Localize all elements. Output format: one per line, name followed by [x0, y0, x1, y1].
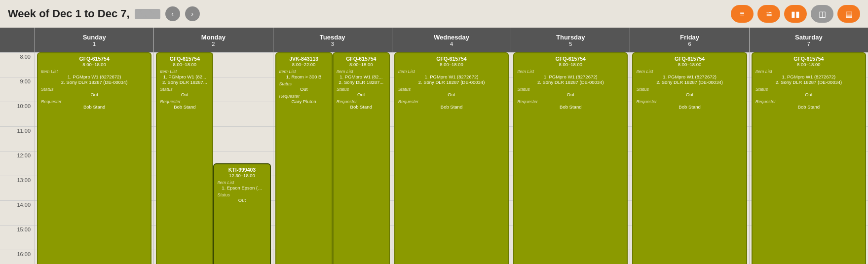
time-slot-11: 11:00 [0, 126, 35, 151]
wednesday-header: Wednesday 4 [392, 28, 511, 52]
week-title: Week of Dec 1 to Dec 7, [8, 7, 130, 20]
monday-header: Monday 2 [154, 28, 272, 52]
week-view-button[interactable]: ▤ [837, 5, 860, 23]
day-thursday: Thursday 5 GFQ-615754 8:00–18:00 Item Li… [511, 28, 630, 264]
event-tuesday-1[interactable]: JVK-843113 8:00–22:00 Item List 1. Room … [275, 52, 333, 264]
filter-view-button[interactable]: ≌ [757, 5, 780, 23]
thursday-body: GFQ-615754 8:00–18:00 Item List 1. PGMpr… [511, 52, 630, 264]
event-friday-1[interactable]: GFQ-615754 8:00–18:00 Item List 1. PGMpr… [632, 52, 747, 264]
time-slot-13: 13:00 [0, 176, 35, 200]
monday-body: GFQ-615754 8:00–18:00 Item List 1. PGMpr… [154, 52, 272, 264]
friday-body: GFQ-615754 8:00–18:00 Item List 1. PGMpr… [630, 52, 749, 264]
calendar: 8:00 9:00 10:00 11:00 12:00 13:00 14:00 … [0, 28, 868, 264]
event-saturday-1[interactable]: GFQ-615754 8:00–18:00 Item List 1. PGMpr… [752, 52, 866, 264]
day-friday: Friday 6 GFQ-615754 8:00–18:00 Item List… [630, 28, 749, 264]
wednesday-body: GFQ-615754 8:00–18:00 Item List 1. PGMpr… [392, 52, 511, 264]
time-slot-16: 16:00 [0, 250, 35, 264]
event-tuesday-2[interactable]: GFQ-615754 8:00–18:00 Item List 1. PGMpr… [333, 52, 390, 264]
time-slot-12: 12:00 [0, 151, 35, 176]
day-sunday: Sunday 1 GFQ-615754 8:00–18:00 Item List… [35, 28, 153, 264]
day-wednesday: Wednesday 4 GFQ-615754 8:00–18:00 Item L… [392, 28, 511, 264]
next-button[interactable]: › [185, 6, 200, 21]
time-slot-14: 14:00 [0, 200, 35, 225]
event-sunday-1[interactable]: GFQ-615754 8:00–18:00 Item List 1. PGMpr… [37, 52, 151, 264]
saturday-header: Saturday 7 [750, 28, 868, 52]
event-monday-1[interactable]: GFQ-615754 8:00–18:00 Item List 1. PGMpr… [156, 52, 213, 264]
time-slot-10: 10:00 [0, 102, 35, 126]
sunday-body: GFQ-615754 8:00–18:00 Item List 1. PGMpr… [35, 52, 153, 264]
tuesday-body: JVK-843113 8:00–22:00 Item List 1. Room … [273, 52, 392, 264]
time-column: 8:00 9:00 10:00 11:00 12:00 13:00 14:00 … [0, 28, 35, 264]
saturday-body: GFQ-615754 8:00–18:00 Item List 1. PGMpr… [750, 52, 868, 264]
tuesday-header: Tuesday 3 [273, 28, 392, 52]
event-monday-2[interactable]: KTI-999403 12:30–18:00 Item List 1. Epso… [213, 163, 270, 264]
grid-view-button[interactable]: ◫ [811, 5, 833, 23]
day-saturday: Saturday 7 GFQ-615754 8:00–18:00 Item Li… [749, 28, 868, 264]
sunday-header: Sunday 1 [35, 28, 153, 52]
time-slot-9: 9:00 [0, 77, 35, 102]
list-view-button[interactable]: ≡ [731, 5, 754, 23]
day-tuesday: Tuesday 3 JVK-843113 8:00–22:00 Item Lis… [273, 28, 392, 264]
days-grid: Sunday 1 GFQ-615754 8:00–18:00 Item List… [35, 28, 868, 264]
thursday-header: Thursday 5 [511, 28, 630, 52]
time-slot-8: 8:00 [0, 52, 35, 77]
top-bar: Week of Dec 1 to Dec 7, 2024 ‹ › ≡ ≌ ▮▮ … [0, 0, 868, 28]
time-header [0, 28, 35, 52]
event-thursday-1[interactable]: GFQ-615754 8:00–18:00 Item List 1. PGMpr… [513, 52, 628, 264]
event-wednesday-1[interactable]: GFQ-615754 8:00–18:00 Item List 1. PGMpr… [394, 52, 509, 264]
table-view-button[interactable]: ▮▮ [784, 5, 807, 23]
top-left: Week of Dec 1 to Dec 7, 2024 ‹ › [8, 6, 200, 21]
year-badge: 2024 [135, 9, 160, 19]
view-buttons: ≡ ≌ ▮▮ ◫ ▤ [731, 5, 860, 23]
day-monday: Monday 2 GFQ-615754 8:00–18:00 Item List… [153, 28, 272, 264]
time-slot-15: 15:00 [0, 225, 35, 250]
friday-header: Friday 6 [630, 28, 749, 52]
prev-button[interactable]: ‹ [165, 6, 180, 21]
